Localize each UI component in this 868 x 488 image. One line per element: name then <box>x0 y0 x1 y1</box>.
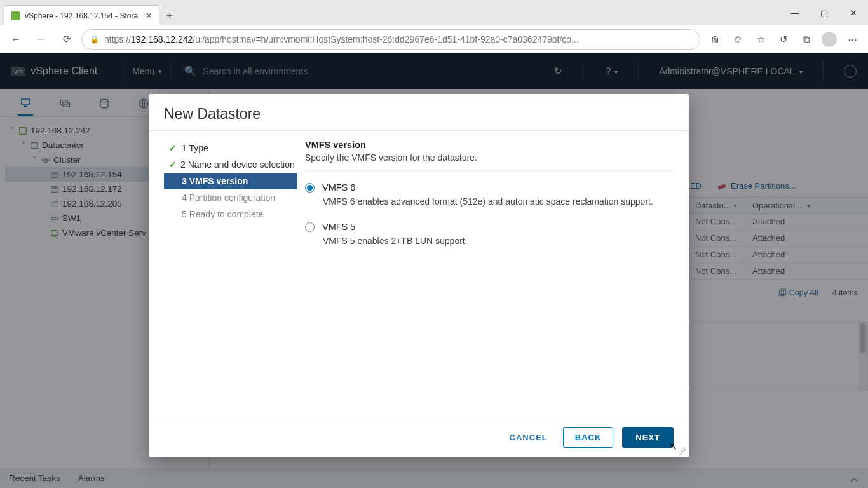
wizard-step-partition: 4 Partition configuration <box>164 189 297 206</box>
resize-grip-icon[interactable] <box>679 447 686 455</box>
dialog-title: New Datastore <box>149 94 689 131</box>
vmfs6-radio[interactable] <box>305 183 315 193</box>
check-icon: ✓ <box>169 159 177 170</box>
step-label: 2 Name and device selection <box>180 159 295 170</box>
back-button[interactable]: BACK <box>563 427 614 448</box>
url-scheme: https:// <box>104 34 131 44</box>
history-icon[interactable]: ↺ <box>773 29 794 50</box>
wizard-step-vmfs-version[interactable]: 3 VMFS version <box>164 173 297 189</box>
dialog-footer: CANCEL BACK NEXT ↖ <box>149 417 689 458</box>
address-bar: ← → ⟳ 🔒 https://192.168.12.242/ui/app/ho… <box>0 25 868 53</box>
url-input[interactable]: 🔒 https://192.168.12.242/ui/app/host;nav… <box>81 29 700 50</box>
close-tab-icon[interactable]: ✕ <box>146 11 153 20</box>
new-tab-button[interactable]: ＋ <box>159 5 180 25</box>
url-path: /ui/app/host;nav=h/urn:vmomi:HostSystem:… <box>193 34 578 44</box>
lock-icon: 🔒 <box>90 35 99 44</box>
wizard-step-ready: 5 Ready to complete <box>164 206 297 222</box>
vmfs6-label: VMFS 6 <box>322 182 355 193</box>
browser-tab-strip: vSphere - 192.168.12.154 - Stora ✕ ＋ — ▢… <box>0 0 868 25</box>
next-label: NEXT <box>635 433 660 442</box>
nav-reload-icon[interactable]: ⟳ <box>56 29 78 50</box>
vmfs6-description: VMFS 6 enables advanced format (512e) an… <box>323 196 674 207</box>
vmfs5-label: VMFS 5 <box>322 222 355 232</box>
step-label: 4 Partition configuration <box>182 193 275 203</box>
profile-avatar-icon[interactable] <box>818 29 840 50</box>
vmfs5-description: VMFS 5 enables 2+TB LUN support. <box>323 236 674 246</box>
window-minimize-icon[interactable]: — <box>780 0 810 25</box>
check-icon: ✓ <box>169 143 178 153</box>
vmfs5-option[interactable]: VMFS 5 <box>305 222 674 232</box>
url-host: 192.168.12.242 <box>131 34 193 44</box>
more-icon[interactable]: ⋯ <box>841 29 863 50</box>
tab-title: vSphere - 192.168.12.154 - Stora <box>25 11 138 20</box>
wizard-step-type[interactable]: ✓ 1 Type <box>164 140 297 156</box>
window-close-icon[interactable]: ✕ <box>839 0 868 25</box>
nav-forward-icon: → <box>31 29 52 50</box>
step-label: 1 Type <box>182 143 208 153</box>
nav-back-icon[interactable]: ← <box>5 29 27 50</box>
vmfs6-option[interactable]: VMFS 6 <box>305 182 674 193</box>
browser-tab[interactable]: vSphere - 192.168.12.154 - Stora ✕ <box>4 5 159 25</box>
vsphere-favicon-icon <box>11 11 20 20</box>
wizard-step-name-device[interactable]: ✓ 2 Name and device selection <box>164 156 297 173</box>
collections-icon[interactable]: ⧉ <box>796 29 817 50</box>
window-controls: — ▢ ✕ <box>780 0 868 25</box>
step-label: 3 VMFS version <box>182 176 248 186</box>
step-label: 5 Ready to complete <box>182 209 263 219</box>
content-subheading: Specify the VMFS version for the datasto… <box>305 152 674 171</box>
content-heading: VMFS version <box>305 140 674 150</box>
reader-icon[interactable]: ⋒ <box>704 29 726 50</box>
favorites-bar-icon[interactable]: ☆ <box>750 29 771 50</box>
wizard-steps: ✓ 1 Type ✓ 2 Name and device selection 3… <box>164 140 297 417</box>
vmfs5-radio[interactable] <box>305 222 315 232</box>
cancel-button[interactable]: CANCEL <box>503 428 554 447</box>
wizard-content: VMFS version Specify the VMFS version fo… <box>305 140 674 417</box>
next-button[interactable]: NEXT <box>622 427 674 448</box>
window-maximize-icon[interactable]: ▢ <box>810 0 839 25</box>
mouse-cursor-icon: ↖ <box>669 440 677 452</box>
favorite-icon[interactable]: ✩ <box>727 29 749 50</box>
new-datastore-dialog: New Datastore ✓ 1 Type ✓ 2 Name and devi… <box>149 94 689 458</box>
